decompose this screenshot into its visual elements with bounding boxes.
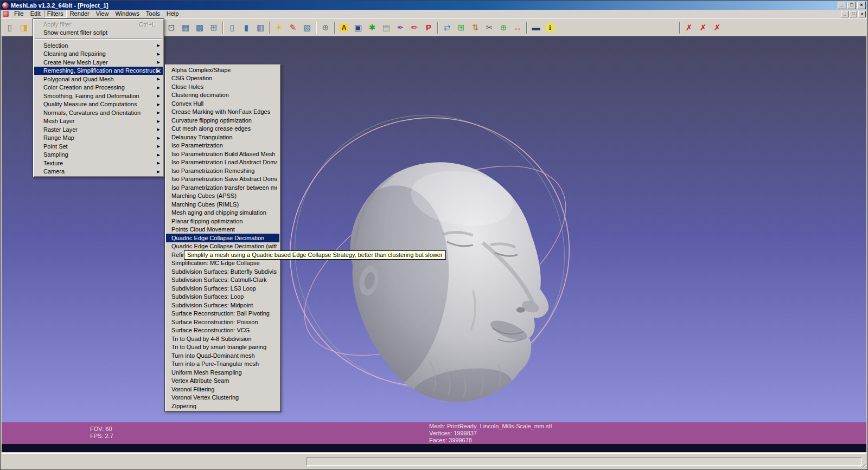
trackball-icon[interactable]: ⊕ xyxy=(319,21,332,34)
text-annotation-icon[interactable]: A xyxy=(337,21,350,34)
menu-item-selection[interactable]: Selection▶ xyxy=(34,41,163,50)
menu-item-subdivision-surfaces-ls3-loop[interactable]: Subdivision Surfaces: LS3 Loop xyxy=(166,284,279,293)
pick-points-icon[interactable]: P xyxy=(422,21,435,34)
info-icon[interactable]: ℹ xyxy=(544,21,557,34)
menu-item-alpha-complex-shape[interactable]: Alpha Complex/Shape xyxy=(166,66,279,74)
open-project-icon[interactable]: ◨ xyxy=(17,21,30,34)
mdi-restore-button[interactable]: □ xyxy=(850,11,857,17)
deform-tool-icon[interactable]: ↔ xyxy=(511,21,524,34)
menu-item-surface-reconstruction-poisson[interactable]: Surface Reconstruction: Poisson xyxy=(166,318,279,326)
menubar-item-tools[interactable]: Tools xyxy=(143,10,163,18)
menu-item-remeshing-simplification-and-reconstruction[interactable]: Remeshing, Simplification and Reconstruc… xyxy=(34,67,163,75)
menu-item-marching-cubes-apss[interactable]: Marching Cubes (APSS) xyxy=(166,192,279,201)
render-wireframe-icon[interactable]: ▥ xyxy=(254,21,267,34)
menu-item-clustering-decimation[interactable]: Clustering decimation xyxy=(166,91,279,100)
menu-item-texture[interactable]: Texture▶ xyxy=(34,159,163,168)
menu-item-quadric-edge-collapse-decimation[interactable]: Quadric Edge Collapse Decimation xyxy=(166,234,279,242)
menu-item-raster-layer[interactable]: Raster Layer▶ xyxy=(34,125,163,134)
render-bbox-icon[interactable]: ▯ xyxy=(226,21,239,34)
menu-item-cleaning-and-repairing[interactable]: Cleaning and Repairing▶ xyxy=(34,50,163,59)
paint-faces-icon[interactable]: ▧ xyxy=(301,21,314,34)
project-window-icon[interactable] xyxy=(3,11,9,17)
edit-pen-icon[interactable]: ✎ xyxy=(286,21,299,34)
menu-item-sampling[interactable]: Sampling▶ xyxy=(34,151,163,159)
menu-item-subdivision-surfaces-butterfly-subdivision[interactable]: Subdivision Surfaces: Butterfly Subdivis… xyxy=(166,267,279,276)
menu-item-simplification-mc-edge-collapse[interactable]: Simplification: MC Edge Collapse xyxy=(166,259,279,268)
menu-item-points-cloud-movement[interactable]: Points Cloud Movement xyxy=(166,226,279,234)
menu-item-turn-into-a-pure-triangular-mesh[interactable]: Turn into a Pure-Triangular mesh xyxy=(166,360,279,369)
close-button[interactable]: × xyxy=(857,2,866,9)
delete-all-layers-icon[interactable]: ✗ xyxy=(697,21,710,34)
menu-item-tri-to-quad-by-smart-triangle-pairing[interactable]: Tri to Quad by smart triangle pairing xyxy=(166,343,279,352)
pdf-snapshot-icon[interactable]: ▤ xyxy=(380,21,393,34)
duplicate-mesh-icon[interactable]: ⊞ xyxy=(455,21,468,34)
menu-item-polygonal-and-quad-mesh[interactable]: Polygonal and Quad Mesh▶ xyxy=(34,75,163,83)
maximize-button[interactable]: □ xyxy=(847,2,856,9)
menubar-item-view[interactable]: View xyxy=(93,10,112,18)
menu-item-delaunay-triangulation[interactable]: Delaunay Triangulation xyxy=(166,133,279,141)
menu-item-iso-parametrization-load-abstract-domain[interactable]: Iso Parametrization Load Abstract Domain xyxy=(166,158,279,167)
menu-item-uniform-mesh-resampling[interactable]: Uniform Mesh Resampling xyxy=(166,368,279,377)
env-map-icon[interactable]: ✱ xyxy=(366,21,379,34)
menu-item-point-set[interactable]: Point Set▶ xyxy=(34,142,163,151)
select-faces-icon[interactable]: ▦ xyxy=(179,21,192,34)
menu-item-vertex-attribute-seam[interactable]: Vertex Attribute Seam xyxy=(166,377,279,385)
menu-item-iso-parametrization-transfer-between-meshes[interactable]: Iso Parametrization transfer between mes… xyxy=(166,183,279,192)
menu-item-iso-parametrization[interactable]: Iso Parametrization xyxy=(166,141,279,150)
menu-item-show-current-filter-script[interactable]: Show current filter script xyxy=(34,29,163,37)
menu-item-color-creation-and-processing[interactable]: Color Creation and Processing▶ xyxy=(34,83,163,92)
menu-item-voronoi-filtering[interactable]: Voronoi Filtering xyxy=(166,385,279,394)
menu-item-surface-reconstruction-vcg[interactable]: Surface Reconstruction: VCG xyxy=(166,326,279,335)
menubar-item-file[interactable]: File xyxy=(11,10,27,18)
menu-item-tri-to-quad-by-4-8-subdivision[interactable]: Tri to Quad by 4-8 Subdivision xyxy=(166,334,279,343)
delete-current-mesh-icon[interactable]: ✗ xyxy=(682,21,695,34)
menu-item-surface-reconstruction-ball-pivoting[interactable]: Surface Reconstruction: Ball Pivoting xyxy=(166,310,279,318)
menu-item-quality-measure-and-computations[interactable]: Quality Measure and Computations▶ xyxy=(34,100,163,109)
menu-item-iso-parametrization-save-abstract-domain[interactable]: Iso Parametrization Save Abstract Domain xyxy=(166,175,279,184)
flip-normals-icon[interactable]: ⇅ xyxy=(469,21,482,34)
menu-item-mesh-layer[interactable]: Mesh Layer▶ xyxy=(34,117,163,126)
menu-item-mesh-aging-and-chipping-simulation[interactable]: Mesh aging and chipping simulation xyxy=(166,209,279,217)
menubar-item-edit[interactable]: Edit xyxy=(27,10,44,18)
menu-item-subdivision-surfaces-midpoint[interactable]: Subdivision Surfaces: Midpoint xyxy=(166,301,279,310)
menu-item-close-holes[interactable]: Close Holes xyxy=(166,82,279,91)
minimize-button[interactable]: _ xyxy=(838,2,846,9)
menu-item-camera[interactable]: Camera▶ xyxy=(34,168,163,176)
menu-item-turn-into-quad-dominant-mesh[interactable]: Turn into Quad-Dominant mesh xyxy=(166,351,279,360)
new-project-icon[interactable]: ▯ xyxy=(3,21,16,34)
menu-item-quadric-edge-collapse-decimation-with-texture[interactable]: Quadric Edge Collapse Decimation (with t… xyxy=(166,242,279,251)
menu-item-marching-cubes-rimls[interactable]: Marching Cubes (RIMLS) xyxy=(166,200,279,209)
menu-item-iso-parametrization-remeshing[interactable]: Iso Parametrization Remeshing xyxy=(166,166,279,175)
paint-brush-icon[interactable]: ✒ xyxy=(394,21,407,34)
menu-item-create-new-mesh-layer[interactable]: Create New Mesh Layer▶ xyxy=(34,58,163,67)
select-vertices-icon[interactable]: ▩ xyxy=(193,21,206,34)
render-points-icon[interactable]: ▮ xyxy=(240,21,253,34)
delete-raster-icon[interactable]: ✗ xyxy=(711,21,724,34)
menu-item-iso-parametrization-build-atlased-mesh[interactable]: Iso Parametrization Build Atlased Mesh xyxy=(166,150,279,158)
menu-item-subdivision-surfaces-catmull-clark[interactable]: Subdivision Surfaces: Catmull-Clark xyxy=(166,276,279,285)
menubar-item-filters[interactable]: Filters xyxy=(44,10,67,18)
merge-mesh-icon[interactable]: ⊕ xyxy=(497,21,510,34)
menubar-item-help[interactable]: Help xyxy=(163,10,182,18)
menu-item-csg-operation[interactable]: CSG Operation xyxy=(166,74,279,83)
menu-item-cut-mesh-along-crease-edges[interactable]: Cut mesh along crease edges xyxy=(166,125,279,133)
menu-item-planar-flipping-optimization[interactable]: Planar flipping optimization xyxy=(166,217,279,226)
menu-item-range-map[interactable]: Range Map▶ xyxy=(34,134,163,143)
measure-pen-icon[interactable]: ✏ xyxy=(408,21,421,34)
select-area-icon[interactable]: ⊡ xyxy=(165,21,178,34)
menu-item-voronoi-vertex-clustering[interactable]: Voronoi Vertex Clustering xyxy=(166,394,279,402)
background-image-icon[interactable]: ▣ xyxy=(352,21,365,34)
light-toggle-icon[interactable]: ☀ xyxy=(272,21,285,34)
align-tool-icon[interactable]: ⇄ xyxy=(441,21,454,34)
fullscreen-icon[interactable]: ▬ xyxy=(529,21,542,34)
mdi-close-button[interactable]: × xyxy=(858,11,866,17)
menu-item-curvature-flipping-optimization[interactable]: Curvature flipping optimization xyxy=(166,116,279,125)
menu-item-convex-hull[interactable]: Convex Hull xyxy=(166,99,279,108)
cut-mesh-icon[interactable]: ✂ xyxy=(483,21,496,34)
menu-item-crease-marking-with-nonfaux-edges[interactable]: Crease Marking with NonFaux Edges xyxy=(166,108,279,117)
menu-item-zippering[interactable]: Zippering xyxy=(166,402,279,410)
menu-item-subdivision-surfaces-loop[interactable]: Subdivision Surfaces: Loop xyxy=(166,293,279,301)
menubar-item-windows[interactable]: Windows xyxy=(112,10,143,18)
menu-item-normals-curvatures-and-orientation[interactable]: Normals, Curvatures and Orientation▶ xyxy=(34,108,163,117)
menu-item-smoothing-fairing-and-deformation[interactable]: Smoothing, Fairing and Deformation▶ xyxy=(34,92,163,100)
